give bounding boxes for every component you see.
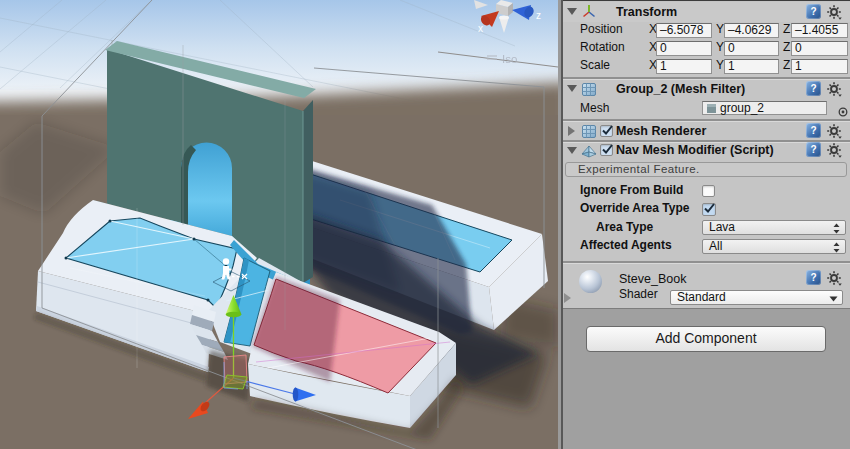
svg-text:z: z — [536, 10, 541, 21]
svg-text:x: x — [478, 23, 483, 34]
svg-text:Iso: Iso — [502, 53, 517, 65]
